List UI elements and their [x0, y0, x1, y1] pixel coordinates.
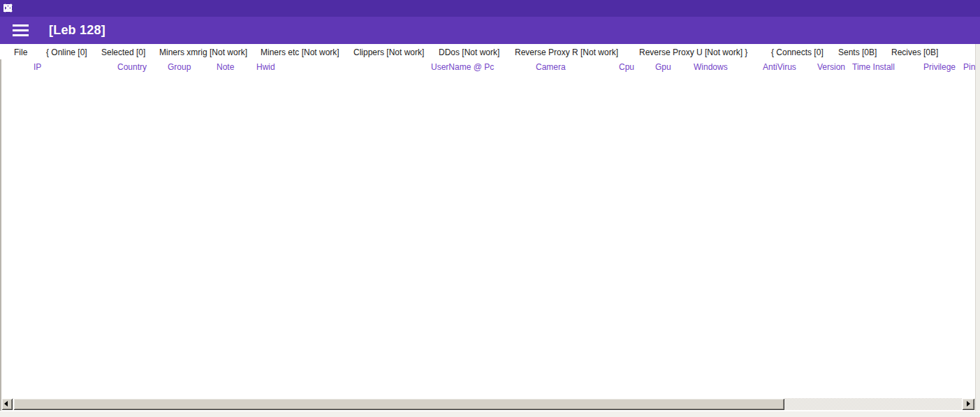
- column-header-ip[interactable]: IP: [34, 62, 41, 72]
- menu-item-miners-xmrig[interactable]: Miners xmrig [Not work]: [159, 47, 247, 57]
- menu-item-clippers[interactable]: Clippers [Not work]: [353, 47, 424, 57]
- column-header-antivirus[interactable]: AntiVirus: [763, 62, 796, 72]
- list-left-border: [0, 59, 1, 411]
- app-window: [Leb 128] File { Online [0] Selected [0]…: [0, 0, 980, 417]
- column-header-gpu[interactable]: Gpu: [655, 62, 671, 72]
- menu-item-reverse-proxy-r[interactable]: Reverse Proxy R [Not work]: [515, 47, 618, 57]
- scroll-track[interactable]: [784, 398, 962, 410]
- column-header-cpu[interactable]: Cpu: [619, 62, 634, 72]
- window-frame-top: [0, 0, 980, 17]
- scroll-right-button[interactable]: [962, 398, 974, 410]
- title-bar: [Leb 128]: [0, 17, 980, 44]
- column-header-hwid[interactable]: Hwid: [256, 62, 275, 72]
- column-header-country[interactable]: Country: [117, 62, 147, 72]
- menu-item-miners-etc[interactable]: Miners etc [Not work]: [261, 47, 339, 57]
- menu-item-reverse-proxy-u[interactable]: Reverse Proxy U [Not work] }: [639, 47, 747, 57]
- menu-item-ddos[interactable]: DDos [Not work]: [439, 47, 499, 57]
- menu-item-file[interactable]: File: [14, 47, 27, 57]
- right-edge-gutter: [975, 44, 980, 411]
- column-header-version[interactable]: Version: [817, 62, 845, 72]
- column-header-group[interactable]: Group: [168, 62, 191, 72]
- window-title: [Leb 128]: [49, 17, 105, 44]
- menu-item-sents[interactable]: Sents [0B]: [838, 47, 877, 57]
- menu-item-selected[interactable]: Selected [0]: [101, 47, 145, 57]
- menu-item-connects[interactable]: { Connects [0]: [771, 47, 824, 57]
- hamburger-icon: [13, 24, 29, 27]
- close-button[interactable]: [0, 0, 15, 17]
- arrow-right-icon: [967, 401, 970, 407]
- close-icon: [3, 3, 13, 13]
- hamburger-icon: [13, 34, 29, 36]
- column-header-row: IP Country Group Note Hwid UserName @ Pc…: [0, 59, 980, 73]
- menu-item-recives[interactable]: Recives [0B]: [891, 47, 938, 57]
- column-header-time-install[interactable]: Time Install: [852, 62, 895, 72]
- column-header-username-pc[interactable]: UserName @ Pc: [431, 62, 494, 72]
- hamburger-menu-button[interactable]: [13, 24, 29, 36]
- scroll-thumb[interactable]: [13, 398, 784, 410]
- menu-bar: File { Online [0] Selected [0] Miners xm…: [0, 44, 980, 59]
- client-list-area[interactable]: [1, 73, 975, 398]
- column-header-camera[interactable]: Camera: [536, 62, 566, 72]
- column-header-note[interactable]: Note: [217, 62, 234, 72]
- column-header-windows[interactable]: Windows: [694, 62, 728, 72]
- menu-item-online[interactable]: { Online [0]: [46, 47, 87, 57]
- status-bar: [0, 411, 980, 417]
- arrow-left-icon: [4, 401, 8, 407]
- scroll-left-button[interactable]: [1, 398, 13, 410]
- column-header-privilege[interactable]: Privilege: [923, 62, 956, 72]
- hamburger-icon: [13, 29, 29, 31]
